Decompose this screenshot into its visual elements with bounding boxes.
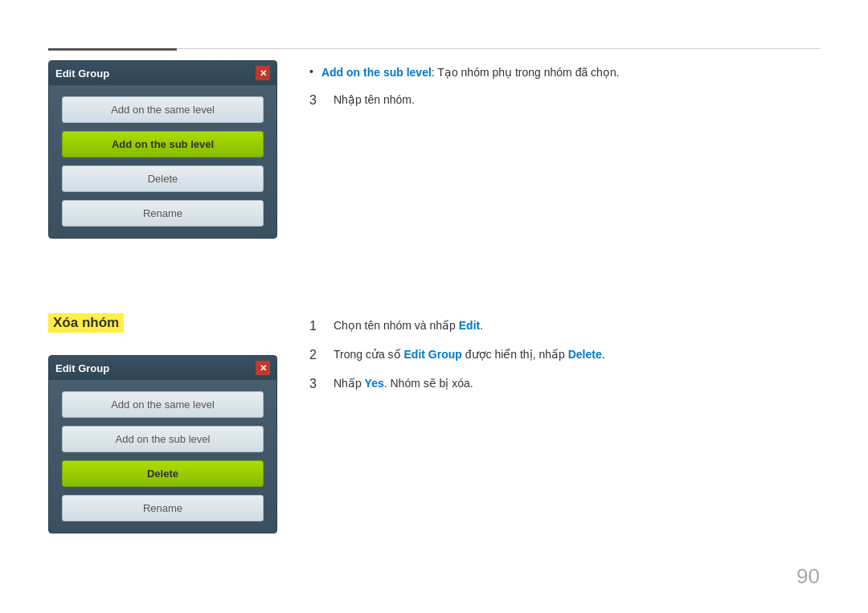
btn-rename-bottom[interactable]: Rename	[62, 495, 264, 521]
bottom-left-col: Xóa nhóm Edit Group ✕ Add on the same le…	[48, 313, 277, 533]
section-heading: Xóa nhóm	[48, 313, 124, 333]
bottom-step-2-number: 2	[309, 345, 324, 365]
top-left-col: Edit Group ✕ Add on the same level Add o…	[48, 60, 277, 239]
bottom-content-area: 1 Chọn tên nhóm và nhấp Edit. 2 Trong cử…	[309, 313, 820, 533]
top-step-3-text: Nhập tên nhóm.	[334, 91, 820, 108]
dialog-titlebar-top: Edit Group ✕	[49, 61, 276, 85]
top-bullet-suffix: : Tạo nhóm phụ trong nhóm đã chọn.	[432, 66, 620, 79]
bottom-step-2-text: Trong cửa số Edit Group được hiển thị, n…	[334, 345, 820, 363]
btn-delete-top[interactable]: Delete	[62, 166, 264, 192]
btn-rename-top[interactable]: Rename	[62, 200, 264, 227]
btn-delete-bottom[interactable]: Delete	[62, 460, 264, 487]
dialog-body-bottom: Add on the same level Add on the sub lev…	[49, 380, 276, 533]
edit-group-dialog-bottom: Edit Group ✕ Add on the same level Add o…	[48, 355, 277, 533]
bottom-step-1: 1 Chọn tên nhóm và nhấp Edit.	[309, 317, 820, 336]
yes-link: Yes	[365, 377, 384, 390]
top-bullet-item: • Add on the sub level: Tạo nhóm phụ tro…	[309, 63, 820, 81]
top-bullet-text: Add on the sub level: Tạo nhóm phụ trong…	[321, 63, 820, 81]
section-top: Edit Group ✕ Add on the same level Add o…	[48, 60, 820, 239]
bottom-step-3-number: 3	[309, 374, 324, 394]
dialog-close-bottom[interactable]: ✕	[256, 361, 270, 375]
bottom-step-3-text: Nhấp Yes. Nhóm sẽ bị xóa.	[334, 374, 820, 392]
edit-link-1: Edit	[459, 319, 480, 332]
edit-group-dialog-top: Edit Group ✕ Add on the same level Add o…	[48, 60, 277, 239]
bottom-step-1-text: Chọn tên nhóm và nhấp Edit.	[334, 317, 820, 334]
dialog-body-top: Add on the same level Add on the sub lev…	[49, 85, 276, 238]
dialog-title-top: Edit Group	[55, 67, 109, 80]
top-step-3: 3 Nhập tên nhóm.	[309, 91, 820, 110]
bullet-dot-top: •	[309, 65, 313, 78]
top-content-area: • Add on the sub level: Tạo nhóm phụ tro…	[309, 60, 820, 239]
bottom-step-3: 3 Nhấp Yes. Nhóm sẽ bị xóa.	[309, 374, 820, 394]
dialog-titlebar-bottom: Edit Group ✕	[49, 356, 276, 380]
btn-add-sub-level-bottom[interactable]: Add on the sub level	[62, 426, 264, 452]
edit-group-link: Edit Group	[404, 348, 462, 361]
btn-add-sub-level-top[interactable]: Add on the sub level	[62, 131, 264, 157]
section-bottom: Xóa nhóm Edit Group ✕ Add on the same le…	[48, 313, 820, 533]
delete-link: Delete	[568, 348, 602, 361]
btn-add-same-level-bottom[interactable]: Add on the same level	[62, 391, 264, 418]
dialog-close-top[interactable]: ✕	[256, 66, 270, 80]
add-sub-link: Add on the sub level	[321, 66, 432, 79]
dialog-title-bottom: Edit Group	[55, 362, 109, 374]
bottom-step-2: 2 Trong cửa số Edit Group được hiển thị,…	[309, 345, 820, 365]
top-divider-accent	[48, 48, 177, 51]
bottom-step-1-number: 1	[309, 317, 324, 336]
top-step-3-number: 3	[309, 91, 324, 110]
page-number: 90	[796, 564, 820, 589]
btn-add-same-level-top[interactable]: Add on the same level	[62, 96, 264, 123]
section-heading-wrapper: Xóa nhóm	[48, 313, 277, 344]
